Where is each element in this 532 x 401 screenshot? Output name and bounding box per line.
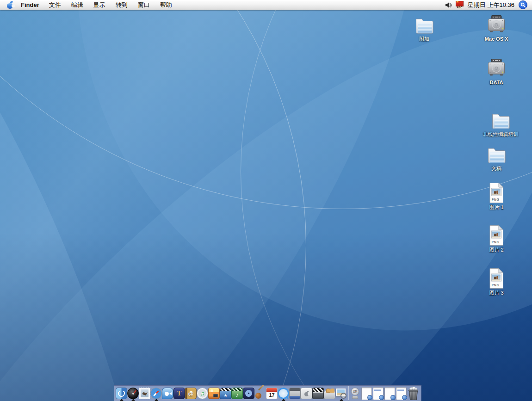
dock-address-book-icon[interactable]: @: [185, 387, 197, 400]
input-method-menu[interactable]: ★ ABC: [456, 1, 464, 9]
folder-icon: [489, 112, 512, 130]
at-glyph: @: [351, 388, 359, 395]
calendar-icon: 17: [266, 388, 278, 399]
spotlight-icon[interactable]: [519, 0, 527, 9]
apple-menu-icon[interactable]: [6, 1, 13, 9]
dock-ical-icon[interactable]: 17: [266, 387, 278, 400]
letter-t-icon: T: [173, 388, 185, 399]
running-indicator: [155, 399, 158, 401]
desktop-icon-label: 文稿: [491, 166, 501, 172]
png-file-icon: PNG: [488, 225, 505, 246]
apple-bite: [12, 4, 15, 7]
t-glyph: T: [177, 390, 181, 397]
png-badge: PNG: [488, 198, 503, 201]
volume-icon[interactable]: [445, 2, 452, 8]
png-badge: PNG: [488, 241, 503, 244]
png-file-icon: PNG: [488, 182, 505, 204]
desktop-icon-folder-3[interactable]: 文稿: [477, 146, 516, 172]
video-deck-icon: [289, 388, 301, 399]
dock-finder-icon[interactable]: [116, 387, 127, 400]
desktop-icon-image-3[interactable]: PNG 图片 3: [477, 268, 516, 296]
menu-app-name[interactable]: Finder: [16, 0, 44, 10]
at-glyph: @: [188, 391, 194, 396]
menu-window[interactable]: 窗口: [133, 0, 155, 10]
desktop-icon-image-2[interactable]: PNG 图片 2: [477, 225, 516, 253]
dock-dashboard-icon[interactable]: [127, 387, 139, 400]
running-indicator: [131, 399, 135, 401]
folder-icon: [413, 17, 435, 35]
dock-garageband-icon[interactable]: [254, 387, 266, 400]
finder-icon: [116, 388, 127, 399]
quicktime-q-icon: [278, 388, 289, 399]
menu-bar-status: ★ ABC 星期日 上午10:36: [445, 0, 532, 10]
desktop-icon-label: 图片 1: [489, 204, 503, 210]
input-method-label: ABC: [457, 6, 462, 9]
minimized-window-icon: [373, 387, 384, 400]
menu-help[interactable]: 帮助: [155, 0, 177, 10]
menu-go[interactable]: 转到: [111, 0, 133, 10]
desktop-icon-drive-data[interactable]: DATA: [477, 58, 516, 86]
dock-idvd-icon[interactable]: [243, 387, 254, 400]
dock-imovie-icon[interactable]: ★: [220, 387, 231, 400]
desktop-icon-label: 图片 2: [489, 247, 503, 253]
dock-toaster-icon[interactable]: [324, 387, 335, 400]
menu-view[interactable]: 显示: [88, 0, 111, 10]
running-indicator: [282, 399, 285, 401]
dock-minimized-window-3[interactable]: [384, 387, 396, 400]
dock: T @ ♫ ★ ♪ 17: [114, 385, 421, 401]
desktop-icon-folder-1[interactable]: 附加: [405, 17, 444, 42]
desktop-icon-label: DATA: [490, 80, 503, 86]
png-badge: PNG: [488, 284, 503, 287]
iphoto-sunset-icon: [208, 388, 220, 399]
dock-quicktime-icon[interactable]: [278, 387, 289, 400]
dock-minimized-window-2[interactable]: [372, 387, 384, 400]
desktop-screen: Finder 文件 编辑 显示 转到 窗口 帮助 ★ ABC 星期日 上午10:…: [0, 0, 532, 401]
minimized-window-icon: [396, 387, 407, 400]
desktop-icon-label: 非线性编辑培训: [483, 131, 519, 137]
running-indicator: [120, 399, 124, 401]
desktop-icon-label: 附加: [419, 36, 429, 42]
imovie-clapper-icon: ★: [220, 388, 231, 399]
dock-apple-box-icon[interactable]: [301, 387, 312, 400]
wallpaper: [0, 0, 532, 401]
desktop-icon-label: Mac OS X: [485, 36, 508, 42]
idvd-disc-icon: [243, 388, 254, 399]
dock-minimized-window-4[interactable]: [396, 387, 407, 400]
dock-clapperboard-icon[interactable]: [312, 387, 324, 400]
menu-bar-left: Finder 文件 编辑 显示 转到 窗口 帮助: [0, 0, 177, 10]
menu-clock[interactable]: 星期日 上午10:36: [467, 1, 515, 9]
dock-safari-icon[interactable]: [150, 387, 162, 400]
dock-green-clapper-icon[interactable]: ♪: [231, 387, 243, 400]
dock-letter-t-app-icon[interactable]: T: [173, 387, 185, 400]
address-book-icon: @: [185, 388, 197, 399]
dock-mail-icon[interactable]: [139, 387, 150, 400]
menu-file[interactable]: 文件: [44, 0, 66, 10]
dock-trash-icon[interactable]: [407, 387, 420, 400]
itunes-cd-icon: ♫: [197, 388, 208, 399]
clapperboard-icon: [312, 388, 324, 399]
music-notes-glyph: ♫: [200, 390, 205, 396]
grey-apple-glyph: [304, 391, 309, 396]
trash-basket-icon: [407, 387, 420, 400]
dock-iphoto-icon[interactable]: [208, 387, 220, 400]
dock-itunes-icon[interactable]: ♫: [197, 387, 208, 400]
stand-base: [352, 396, 358, 399]
dock-ichat-icon[interactable]: [162, 387, 173, 400]
star-glyph: ★: [220, 394, 231, 398]
desktop-icon-drive-macosx[interactable]: Mac OS X: [477, 15, 516, 42]
desktop-icon-image-1[interactable]: PNG 图片 1: [477, 182, 516, 210]
dock-url-link-icon[interactable]: @: [349, 387, 361, 400]
minimized-window-icon: [361, 387, 372, 400]
desktop-icon-folder-2[interactable]: 非线性编辑培训: [468, 112, 532, 137]
music-note-glyph: ♪: [236, 392, 239, 398]
menu-bar: Finder 文件 编辑 显示 转到 窗口 帮助 ★ ABC 星期日 上午10:…: [0, 0, 532, 10]
flag-star: ★: [456, 0, 459, 3]
dashboard-icon: [127, 388, 139, 399]
safari-compass-icon: [150, 388, 162, 399]
hard-drive-icon: [485, 58, 507, 79]
menu-edit[interactable]: 编辑: [66, 0, 88, 10]
dock-preview-icon[interactable]: [335, 387, 347, 400]
dock-video-deck-icon[interactable]: [289, 387, 301, 400]
preview-loupe-icon: [335, 388, 347, 399]
dock-minimized-window-1[interactable]: [361, 387, 372, 400]
